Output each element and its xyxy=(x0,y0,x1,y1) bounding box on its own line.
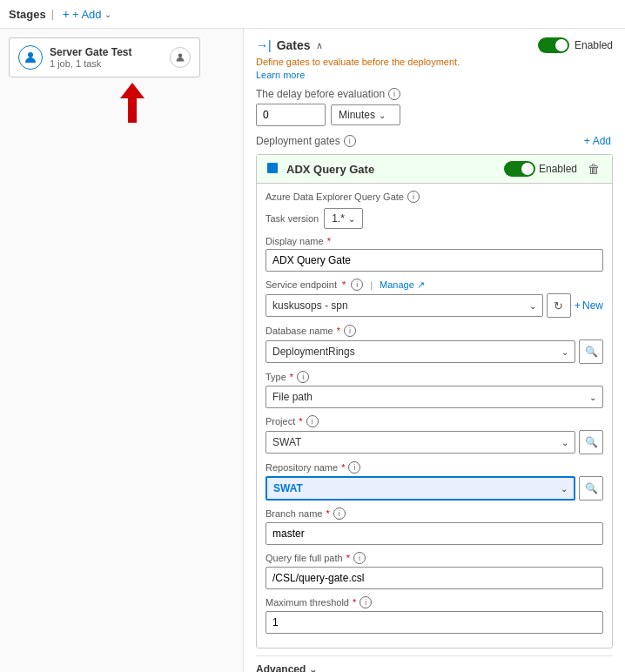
database-name-info-icon[interactable]: i xyxy=(344,325,356,337)
repository-name-label: Repository name * i xyxy=(265,461,603,474)
project-select[interactable]: SWAT ⌄ xyxy=(265,431,575,454)
type-field: Type * i File path ⌄ xyxy=(265,371,603,408)
red-arrow-icon xyxy=(120,83,144,123)
type-select[interactable]: File path ⌄ xyxy=(265,386,603,408)
delay-input[interactable] xyxy=(256,104,326,126)
gate-delete-icon[interactable]: 🗑 xyxy=(584,160,603,178)
repository-name-info-icon[interactable]: i xyxy=(348,461,360,474)
delay-label-row: The delay before evaluation i xyxy=(256,88,613,100)
stage-card-name: Server Gate Test xyxy=(50,46,163,58)
gates-toggle-label: Enabled xyxy=(575,39,613,51)
delay-label: The delay before evaluation xyxy=(256,88,385,100)
delay-row: Minutes ⌄ xyxy=(256,104,613,126)
manage-link[interactable]: Manage ↗ xyxy=(380,279,425,291)
delay-info-icon[interactable]: i xyxy=(388,88,400,100)
repository-name-value: SWAT xyxy=(273,482,303,494)
add-button[interactable]: + + Add ⌄ xyxy=(59,5,115,23)
service-endpoint-label-row: Service endpoint * i | Manage ↗ xyxy=(265,279,603,291)
project-row: SWAT ⌄ 🔍 xyxy=(265,430,603,454)
service-endpoint-info-icon[interactable]: i xyxy=(351,279,363,291)
gate-card-toggle[interactable]: Enabled xyxy=(504,161,577,177)
branch-name-info-icon[interactable]: i xyxy=(333,507,346,520)
task-version-select[interactable]: 1.* ⌄ xyxy=(324,208,363,229)
dep-gates-add-button[interactable]: + Add xyxy=(582,133,613,149)
repository-chevron-icon: ⌄ xyxy=(561,484,568,494)
max-threshold-label: Maximum threshold * i xyxy=(265,596,603,608)
gate-card-header: ADX Query Gate Enabled 🗑 xyxy=(257,155,612,184)
branch-name-input[interactable] xyxy=(265,522,603,545)
task-version-label: Task version xyxy=(265,213,319,224)
gates-title: Gates xyxy=(277,38,311,52)
dep-gates-add-icon: + xyxy=(584,135,590,147)
service-endpoint-new-button[interactable]: + New xyxy=(575,299,603,312)
delay-unit-select[interactable]: Minutes ⌄ xyxy=(331,104,400,125)
project-chevron-icon: ⌄ xyxy=(561,438,568,447)
repository-name-select[interactable]: SWAT ⌄ xyxy=(265,476,575,501)
gates-arrow-icon: →| xyxy=(256,38,272,52)
gate-sub-info-icon[interactable]: i xyxy=(407,191,420,203)
new-icon: + xyxy=(575,299,581,312)
query-file-input[interactable] xyxy=(265,567,603,589)
manage-external-icon: ↗ xyxy=(417,279,425,290)
database-name-label: Database name * i xyxy=(265,325,603,337)
gates-description: Define gates to evaluate before the depl… xyxy=(256,57,613,67)
stage-card-sub: 1 job, 1 task xyxy=(50,58,163,69)
delay-unit-chevron-icon: ⌄ xyxy=(379,111,386,120)
repository-search-icon[interactable]: 🔍 xyxy=(579,476,603,501)
database-name-select[interactable]: DeploymentRings ⌄ xyxy=(265,340,575,363)
left-panel: Server Gate Test 1 job, 1 task xyxy=(0,29,244,672)
project-search-icon[interactable]: 🔍 xyxy=(579,430,603,454)
gates-title-row: →| Gates ∧ xyxy=(256,38,323,52)
service-endpoint-field: Service endpoint * i | Manage ↗ kuskusop… xyxy=(265,279,603,318)
service-endpoint-select[interactable]: kuskusops - spn ⌄ xyxy=(265,294,543,317)
gate-card-icon xyxy=(265,161,279,178)
display-name-field: Display name * xyxy=(265,236,603,272)
gate-toggle-track[interactable] xyxy=(504,161,535,177)
gate-sub-text: Azure Data Explorer Query Gate xyxy=(265,192,404,202)
project-label: Project * i xyxy=(265,415,603,427)
dep-gates-text: Deployment gates xyxy=(256,135,340,147)
query-file-info-icon[interactable]: i xyxy=(353,552,366,564)
branch-name-label: Branch name * i xyxy=(265,507,603,520)
type-value: File path xyxy=(272,391,312,403)
dep-gates-add-label: Add xyxy=(593,135,611,147)
advanced-section[interactable]: Advanced ⌄ xyxy=(256,655,613,672)
gates-toggle-track[interactable] xyxy=(538,37,569,53)
repository-name-field: Repository name * i SWAT ⌄ 🔍 xyxy=(265,461,603,501)
gate-card-body: Azure Data Explorer Query Gate i Task ve… xyxy=(257,184,612,648)
database-name-field: Database name * i DeploymentRings ⌄ 🔍 xyxy=(265,325,603,364)
stage-card[interactable]: Server Gate Test 1 job, 1 task xyxy=(9,37,200,77)
gate-toggle-thumb xyxy=(521,163,534,175)
max-threshold-input[interactable] xyxy=(265,611,603,634)
gate-card: ADX Query Gate Enabled 🗑 Azure Data Expl… xyxy=(256,154,613,648)
project-value: SWAT xyxy=(272,436,301,448)
gates-toggle[interactable]: Enabled xyxy=(538,37,613,53)
stage-approver-icon[interactable] xyxy=(170,47,191,68)
gate-card-title: ADX Query Gate xyxy=(286,163,497,176)
project-info-icon[interactable]: i xyxy=(306,415,319,427)
add-chevron-icon: ⌄ xyxy=(104,10,111,19)
max-threshold-info-icon[interactable]: i xyxy=(360,596,372,608)
svg-point-0 xyxy=(28,52,33,57)
svg-point-1 xyxy=(178,54,183,58)
delay-unit-value: Minutes xyxy=(339,109,375,121)
display-name-input[interactable] xyxy=(265,249,603,272)
learn-more-link[interactable]: Learn more xyxy=(256,70,305,80)
service-endpoint-refresh-icon[interactable]: ↻ xyxy=(547,293,571,318)
svg-rect-2 xyxy=(267,163,278,173)
database-search-icon[interactable]: 🔍 xyxy=(579,339,603,364)
display-name-label: Display name * xyxy=(265,236,603,246)
right-panel: →| Gates ∧ Enabled Define gates to evalu… xyxy=(244,29,625,672)
advanced-label: Advanced xyxy=(256,663,306,672)
query-file-field: Query file full path * i xyxy=(265,552,603,589)
deployment-gates-header: Deployment gates i + Add xyxy=(256,133,613,149)
advanced-chevron-icon: ⌄ xyxy=(309,664,317,673)
dep-gates-info-icon[interactable]: i xyxy=(344,135,356,147)
type-label: Type * i xyxy=(265,371,603,383)
gates-toggle-thumb xyxy=(555,39,568,51)
database-name-value: DeploymentRings xyxy=(272,346,355,358)
add-label: + Add xyxy=(72,8,102,21)
gates-chevron-icon[interactable]: ∧ xyxy=(316,40,323,51)
type-info-icon[interactable]: i xyxy=(297,371,309,383)
repository-name-row: SWAT ⌄ 🔍 xyxy=(265,476,603,501)
